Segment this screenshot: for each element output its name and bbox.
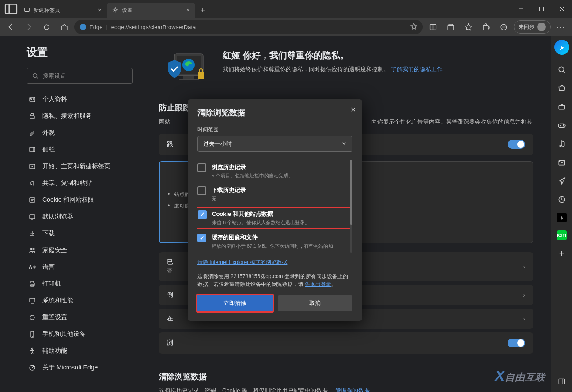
maximize-button[interactable]	[531, 0, 552, 18]
sidebar-item-cookies[interactable]: Cookie 和网站权限	[22, 192, 135, 208]
scrollbar[interactable]	[350, 160, 352, 253]
outlook-icon[interactable]	[557, 157, 567, 168]
sidebar-item-share[interactable]: 共享、复制和粘贴	[22, 175, 135, 192]
checkbox[interactable]	[198, 210, 207, 219]
chevron-down-icon	[341, 141, 347, 147]
manage-data-link[interactable]: 管理你的数据	[335, 387, 370, 392]
edge-icon	[28, 364, 36, 372]
games-icon[interactable]	[557, 120, 567, 131]
minimize-button[interactable]	[511, 0, 531, 18]
browse-row[interactable]: 浏	[159, 332, 533, 354]
sidebar-item-sidebar[interactable]: 侧栏	[22, 141, 135, 158]
checkbox[interactable]	[197, 234, 206, 242]
clear-ie-link[interactable]: 清除 Internet Explorer 模式的浏览数据	[197, 259, 287, 266]
svg-rect-33	[179, 79, 199, 80]
iqiyi-icon[interactable]: iQIYI	[557, 230, 567, 240]
svg-point-2	[114, 8, 116, 10]
time-range-label: 时间范围	[197, 126, 352, 133]
sidebar-item-phone[interactable]: 手机和其他设备	[22, 326, 135, 343]
checkbox[interactable]	[197, 163, 206, 172]
svg-rect-1	[25, 8, 30, 11]
office-icon[interactable]	[557, 139, 567, 149]
settings-title: 设置	[22, 45, 141, 59]
sidebar-item-system[interactable]: 系统和性能	[22, 292, 135, 309]
lock-icon	[28, 112, 36, 120]
close-icon[interactable]: ×	[98, 7, 102, 14]
sidebar-item-privacy[interactable]: 隐私、搜索和服务	[22, 108, 135, 124]
gear-icon	[112, 7, 118, 14]
reset-icon	[28, 313, 36, 321]
greeting-desc: 我们将始终保护和尊重你的隐私，同时提供应得的透明度和控制。 了解我们的隐私工作	[223, 65, 443, 74]
svg-point-41	[564, 126, 564, 127]
svg-rect-12	[30, 97, 35, 102]
settings-sidebar: 设置 搜索设置 个人资料 隐私、搜索和服务 外观 侧栏 开始、主页和新建标签页 …	[0, 36, 141, 392]
svg-point-4	[80, 24, 86, 30]
family-icon	[28, 246, 36, 254]
tab-newtab[interactable]: 新建标签页 ×	[19, 3, 107, 18]
sidebar-item-start[interactable]: 开始、主页和新建标签页	[22, 158, 135, 175]
svg-rect-0	[5, 4, 17, 13]
svg-rect-6	[448, 25, 454, 30]
search-icon[interactable]	[557, 64, 567, 75]
tracking-toggle[interactable]	[508, 140, 525, 149]
download-icon	[28, 230, 36, 237]
check-download-history[interactable]: 下载历史记录无	[197, 183, 352, 206]
extensions-icon[interactable]	[478, 19, 493, 34]
svg-point-20	[30, 248, 32, 250]
clear-now-button[interactable]: 立即清除	[196, 294, 274, 313]
star-icon[interactable]	[410, 23, 417, 31]
tools-icon[interactable]	[557, 102, 567, 112]
add-sidebar-icon[interactable]: +	[557, 248, 567, 259]
bing-chat-icon[interactable]	[554, 40, 569, 55]
time-range-select[interactable]: 过去一小时	[197, 136, 352, 152]
ie-mode-icon[interactable]	[496, 19, 511, 34]
sidebar-item-profile[interactable]: 个人资料	[22, 91, 135, 108]
checkbox[interactable]	[197, 186, 206, 195]
sidebar-item-family[interactable]: 家庭安全	[22, 242, 135, 259]
toggle[interactable]	[508, 339, 525, 347]
check-cached-images[interactable]: 缓存的图像和文件释放的空间小于 87.1 MB。你下次访问时，有些网站的加	[197, 230, 352, 253]
check-cookies[interactable]: Cookie 和其他站点数据来自 6 个站点。使你从大多数站点退出登录。	[197, 207, 352, 229]
chevron-right-icon: ›	[523, 315, 525, 322]
svg-point-37	[559, 67, 564, 72]
sidebar-settings-icon[interactable]	[557, 376, 567, 387]
check-browsing-history[interactable]: 浏览历史记录5 个项目。包括地址栏中的自动完成。	[197, 160, 352, 183]
sign-out-link[interactable]: 先退出登录	[305, 281, 331, 287]
more-menu-button[interactable]: ···	[553, 19, 568, 34]
cancel-button[interactable]: 取消	[278, 295, 353, 311]
privacy-work-link[interactable]: 了解我们的隐私工作	[391, 66, 443, 72]
share-icon	[28, 179, 36, 187]
tab-actions-icon[interactable]	[4, 1, 19, 16]
sidebar-item-languages[interactable]: A字语言	[22, 259, 135, 275]
shopping-icon[interactable]	[557, 83, 567, 94]
svg-point-13	[31, 98, 32, 100]
favorites-icon[interactable]	[461, 19, 476, 34]
address-bar[interactable]: Edge | edge://settings/clearBrowserData	[74, 20, 423, 34]
split-screen-icon[interactable]	[425, 19, 440, 34]
dialog-close-button[interactable]: ✕	[350, 106, 356, 114]
drop-icon[interactable]	[557, 176, 567, 186]
onenote-icon[interactable]	[557, 194, 567, 205]
sidebar-item-reset[interactable]: 重置设置	[22, 309, 135, 326]
tab-settings[interactable]: 设置 ×	[107, 3, 195, 18]
collections-icon[interactable]	[443, 19, 458, 34]
close-icon[interactable]: ×	[186, 7, 190, 14]
chevron-right-icon: ›	[523, 263, 525, 270]
new-tab-button[interactable]: +	[195, 3, 210, 18]
back-button[interactable]	[4, 19, 19, 34]
sidebar-item-appearance[interactable]: 外观	[22, 124, 135, 141]
svg-rect-19	[30, 215, 35, 219]
home-button[interactable]	[57, 19, 72, 34]
dialog-checklist[interactable]: 浏览历史记录5 个项目。包括地址栏中的自动完成。 下载历史记录无 Cookie …	[197, 160, 352, 253]
sidebar-item-about[interactable]: 关于 Microsoft Edge	[22, 359, 135, 376]
sidebar-item-default[interactable]: 默认浏览器	[22, 208, 135, 225]
sidebar-item-printers[interactable]: 打印机	[22, 275, 135, 292]
tiktok-icon[interactable]: ♪	[557, 213, 567, 222]
search-settings-input[interactable]: 搜索设置	[27, 68, 133, 84]
sidebar-item-downloads[interactable]: 下载	[22, 225, 135, 242]
svg-rect-8	[485, 24, 486, 25]
sync-button[interactable]: 未同步	[514, 20, 551, 34]
refresh-button[interactable]	[39, 19, 54, 34]
close-window-button[interactable]	[552, 0, 572, 18]
sidebar-item-accessibility[interactable]: 辅助功能	[22, 343, 135, 359]
